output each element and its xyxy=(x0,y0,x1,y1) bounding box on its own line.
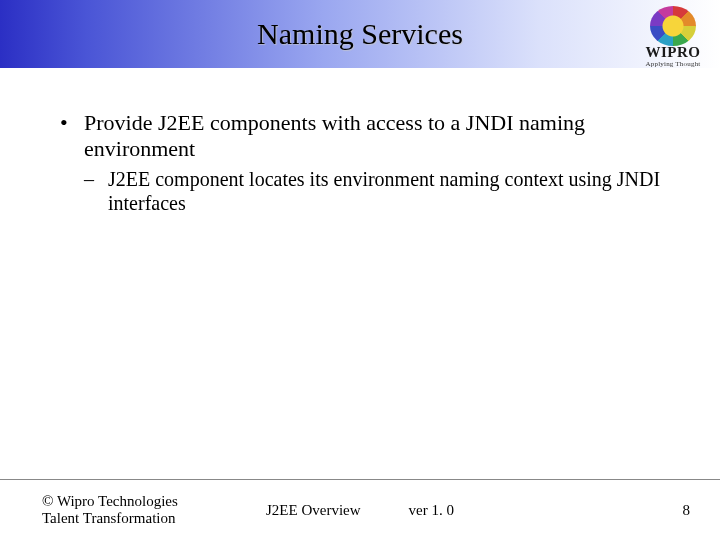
content-area: Provide J2EE components with access to a… xyxy=(60,110,670,221)
footer-version: ver 1. 0 xyxy=(409,502,454,519)
footer-department: Talent Transformation xyxy=(42,510,262,527)
sub-bullet-item: J2EE component locates its environment n… xyxy=(84,167,670,215)
bullet-text: Provide J2EE components with access to a… xyxy=(84,110,585,161)
bullet-item: Provide J2EE components with access to a… xyxy=(60,110,670,215)
slide-title: Naming Services xyxy=(257,17,463,51)
logo-word: WIPRO xyxy=(646,44,701,61)
footer: © Wipro Technologies Talent Transformati… xyxy=(0,480,720,540)
footer-copyright: © Wipro Technologies xyxy=(42,493,262,510)
wipro-logo: WIPRO Applying Thought xyxy=(632,6,714,68)
logo-burst-icon xyxy=(650,6,696,46)
footer-doc-title: J2EE Overview xyxy=(266,502,361,519)
logo-tagline: Applying Thought xyxy=(646,60,701,68)
slide: Naming Services WIPRO Applying Thought P… xyxy=(0,0,720,540)
footer-page-number: 8 xyxy=(683,502,691,518)
title-bar: Naming Services xyxy=(0,0,720,68)
sub-bullet-text: J2EE component locates its environment n… xyxy=(108,168,660,214)
